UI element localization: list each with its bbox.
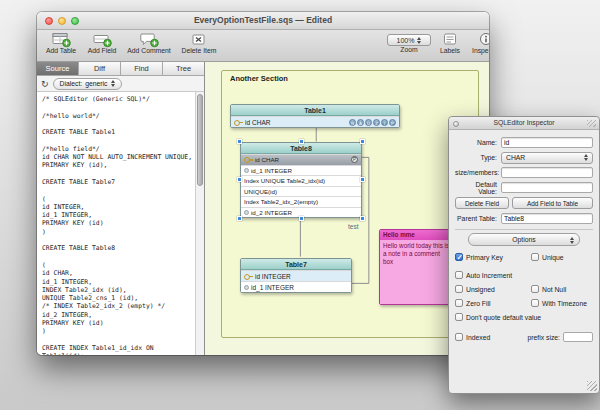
add-field-button[interactable]: Add Field [83,31,121,54]
checkbox-auto-increment[interactable]: Auto Increment [455,271,512,279]
title-bar[interactable]: EveryOptionTestFile.sqs — Edited [37,12,489,30]
table8-index2-row[interactable]: Index Table2_idx_2(empty) [241,196,361,207]
checkbox-unique[interactable]: Unique [531,253,564,261]
dialect-label: Dialect: [60,80,83,87]
table8-header[interactable]: Table8 [241,143,361,154]
sql-source-editor[interactable]: /* SQLEditor (Generic SQL)*/ /*hello wor… [37,92,204,355]
checkbox-icon[interactable] [531,285,539,293]
default-value-field[interactable] [501,182,593,193]
labels-icon [441,31,459,48]
size-field[interactable] [501,167,593,178]
checkbox-icon[interactable] [455,313,463,321]
checkbox-icon[interactable] [455,333,463,341]
type-row: Type: CHAR [455,150,593,165]
minimize-button[interactable] [58,17,66,25]
type-dropdown[interactable]: CHAR [501,152,593,164]
badge-auto-increment-icon[interactable]: A [357,119,364,126]
refresh-icon[interactable]: ↻ [41,79,49,89]
table-entity-table7[interactable]: Table7 id INTEGER id_1 INTEGER [240,258,352,293]
section-another[interactable]: Another Section test Table1 id CHAR [221,70,479,338]
zoom-control[interactable]: 100% Zoom [385,31,433,53]
scrollbar-thumb[interactable] [197,94,203,186]
palette-resize-icon[interactable] [587,381,597,391]
table1-field-id[interactable]: id CHAR N A U Z I P [231,116,399,127]
checkbox-checked-icon[interactable]: ✓ [455,253,463,261]
zero-fill-label: Zero Fill [466,300,491,307]
dropdown-arrows-icon [417,37,421,44]
selection-handle[interactable] [237,177,242,182]
source-scrollbar[interactable] [195,92,204,355]
selection-handle[interactable] [360,177,365,182]
table-entity-table1[interactable]: Table1 id CHAR N A U Z I P [230,104,400,128]
badge-primary-icon[interactable]: P [389,119,396,126]
comment-body[interactable]: Hello world today this is a note in a co… [380,240,454,304]
dialect-dropdown[interactable]: Dialect: generic [53,78,122,90]
table8-unique-row[interactable]: UNIQUE(id) [241,186,361,197]
primary-badge-icon: P [351,156,358,163]
name-field[interactable] [501,137,593,148]
selection-handle[interactable] [237,139,242,144]
indexed-label: Indexed [466,334,490,341]
selection-handle[interactable] [360,216,365,221]
inspector-titlebar[interactable]: SQLEditor Inspector [449,117,599,130]
tab-source[interactable]: Source [37,62,79,75]
checkbox-dont-quote[interactable]: Don't quote default value [455,313,541,321]
unique-label: Unique [542,254,564,261]
palette-close-button[interactable] [453,121,459,127]
checkbox-zero-fill[interactable]: Zero Fill [455,299,531,307]
prefix-size-field[interactable] [563,332,593,342]
badge-zerofill-icon[interactable]: Z [373,119,380,126]
options-dropdown[interactable]: Options [468,233,580,246]
selection-handle[interactable] [237,216,242,221]
selection-handle[interactable] [360,139,365,144]
table7-field-id[interactable]: id INTEGER [241,270,351,281]
delete-item-button[interactable]: Delete Item [177,31,221,54]
inspector-panel[interactable]: SQLEditor Inspector Name: Type: CHAR siz… [448,116,600,394]
badge-indexed-icon[interactable]: I [381,119,388,126]
table1-header[interactable]: Table1 [231,105,399,116]
checkbox-with-timezone[interactable]: With Timezone [531,299,587,307]
add-field-icon [91,31,113,48]
table8-index-row[interactable]: Index UNIQUE Table2_idx(id) [241,175,361,186]
add-field-to-table-button[interactable]: Add Field to Table [512,197,593,209]
table7-header[interactable]: Table7 [241,259,351,270]
delete-field-button[interactable]: Delete Field [455,197,509,209]
checkbox-primary-key[interactable]: ✓ Primary Key [455,253,531,261]
tab-find[interactable]: Find [121,62,163,75]
checkbox-indexed[interactable]: Indexed [455,333,490,341]
table7-field-id1[interactable]: id_1 INTEGER [241,281,351,292]
labels-button[interactable]: Labels [435,31,465,54]
checkbox-unsigned[interactable]: Unsigned [455,285,531,293]
selection-handle[interactable] [299,216,304,221]
checkbox-icon[interactable] [531,253,539,261]
add-comment-button[interactable]: Add Comment [123,31,175,54]
checkbox-icon[interactable] [455,271,463,279]
comment-title[interactable]: Hello mme [380,230,454,240]
zoom-dropdown[interactable]: 100% [387,34,431,46]
diagram-canvas[interactable]: Another Section test Table1 id CHAR [205,62,489,355]
close-button[interactable] [45,17,53,25]
palette-collapse-icon[interactable] [587,120,596,127]
checkbox-row: Unsigned Not Null [455,282,593,296]
comment-box[interactable]: Hello mme Hello world today this is a no… [379,229,455,305]
row-text: Index UNIQUE Table2_idx(id) [244,177,325,184]
checkbox-icon[interactable] [531,299,539,307]
add-table-button[interactable]: Add Table [41,31,81,54]
dont-quote-label: Don't quote default value [466,314,541,321]
selection-handle[interactable] [299,139,304,144]
connector-label[interactable]: test [348,223,358,230]
tab-diff[interactable]: Diff [79,62,121,75]
checkbox-icon[interactable] [455,285,463,293]
inspector-button[interactable]: Inspector [467,31,489,54]
table-entity-table8[interactable]: Table8 id CHAR P id_1 INTEGER Index UNIQ… [240,142,362,218]
badge-not-null-icon[interactable]: N [349,119,356,126]
badge-unique-icon[interactable]: U [365,119,372,126]
checkbox-not-null[interactable]: Not Null [531,285,566,293]
zoom-window-button[interactable] [71,17,79,25]
checkbox-icon[interactable] [455,299,463,307]
main-window: EveryOptionTestFile.sqs — Edited Add Tab… [37,12,489,355]
table8-field-id1[interactable]: id_1 INTEGER [241,165,361,176]
table8-field-id[interactable]: id CHAR P [241,154,361,165]
tab-tree[interactable]: Tree [163,62,204,75]
parent-table-field[interactable] [501,213,593,224]
